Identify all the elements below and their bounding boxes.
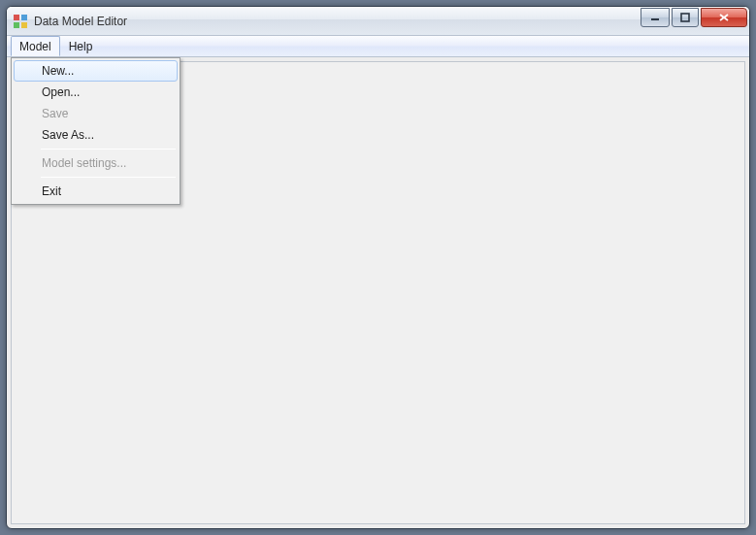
menu-item-label: Model settings... [42,156,126,170]
menu-item-open[interactable]: Open... [14,82,178,103]
menu-label: Model [19,40,51,53]
app-icon [13,14,28,29]
close-icon [718,13,730,22]
model-menu-dropdown: New... Open... Save Save As... Model set… [11,57,181,205]
svg-rect-4 [651,18,659,20]
menu-item-exit[interactable]: Exit [14,181,178,202]
menu-item-new[interactable]: New... [14,60,178,82]
maximize-icon [680,13,690,22]
close-button[interactable] [701,8,747,27]
svg-rect-0 [14,15,19,20]
menu-item-label: Save As... [42,128,94,142]
app-window: Data Model Editor Model Help [6,6,750,529]
titlebar[interactable]: Data Model Editor [7,7,749,36]
menubar: Model Help [7,36,749,57]
menu-item-save: Save [14,103,178,124]
window-title: Data Model Editor [34,15,127,28]
menu-item-label: New... [42,64,74,78]
menu-item-model-settings: Model settings... [14,152,178,174]
menu-separator [41,177,176,178]
menu-item-save-as[interactable]: Save As... [14,124,178,146]
svg-rect-5 [681,14,689,21]
minimize-icon [650,13,660,22]
svg-rect-2 [14,22,19,28]
menu-item-label: Exit [42,184,61,198]
maximize-button[interactable] [672,8,699,27]
menu-separator [41,149,176,150]
menu-item-label: Save [42,107,68,120]
svg-rect-3 [21,22,27,28]
menu-model[interactable]: Model [11,36,60,56]
window-controls [641,7,747,27]
menu-item-label: Open... [42,85,80,99]
svg-rect-1 [21,15,27,20]
menu-label: Help [69,40,93,53]
menu-help[interactable]: Help [60,36,102,56]
minimize-button[interactable] [641,8,670,27]
